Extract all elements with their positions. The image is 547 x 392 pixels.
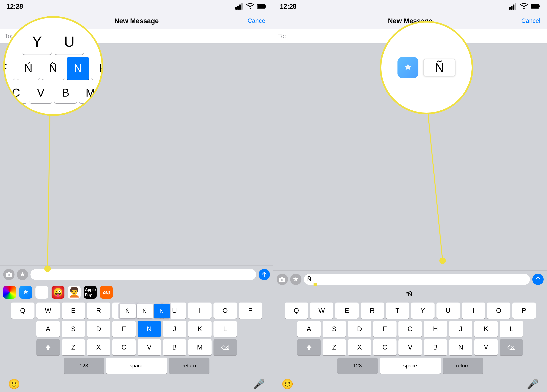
key-J-left[interactable]: J bbox=[163, 321, 186, 337]
key-W-left[interactable]: W bbox=[36, 303, 60, 319]
key-Q-left[interactable]: Q bbox=[11, 303, 34, 319]
key-E-right[interactable]: E bbox=[335, 303, 359, 319]
keyboard-row-2-left: A S D F Ń Ñ N N J K L bbox=[0, 321, 273, 337]
key-W-right[interactable]: W bbox=[310, 303, 333, 319]
mic-icon-left[interactable]: 🎤 bbox=[253, 378, 265, 390]
key-M-left[interactable]: M bbox=[188, 339, 212, 355]
zoom-key-Y: Y bbox=[23, 29, 52, 54]
key-D-right[interactable]: D bbox=[348, 321, 371, 337]
cursor-left bbox=[34, 272, 34, 278]
imessage-toolbar-left bbox=[0, 266, 273, 283]
key-123-right[interactable]: 123 bbox=[337, 358, 378, 374]
key-X-right[interactable]: X bbox=[348, 339, 371, 355]
key-V-right[interactable]: V bbox=[398, 339, 422, 355]
key-B-left[interactable]: B bbox=[163, 339, 186, 355]
send-button-left[interactable] bbox=[259, 269, 270, 280]
key-O-left[interactable]: O bbox=[213, 303, 237, 319]
key-G-right[interactable]: G bbox=[398, 321, 422, 337]
emoji-icon-left[interactable]: 🙂 bbox=[8, 378, 20, 390]
key-space-left[interactable]: space bbox=[106, 358, 167, 374]
avatar-app-icon[interactable]: 🧑‍🦱 bbox=[68, 286, 81, 299]
key-X-left[interactable]: X bbox=[87, 339, 110, 355]
message-input-left[interactable] bbox=[30, 269, 256, 280]
appstore-app-icon[interactable] bbox=[19, 286, 32, 299]
key-return-left[interactable]: return bbox=[169, 358, 209, 374]
key-H-right[interactable]: H bbox=[424, 321, 447, 337]
key-del-left[interactable] bbox=[213, 339, 237, 355]
popup-key-N-tilde[interactable]: Ñ bbox=[137, 304, 153, 318]
zoom-appstore-symbol bbox=[402, 62, 414, 73]
key-Y-right[interactable]: Y bbox=[411, 303, 435, 319]
key-S-left[interactable]: S bbox=[62, 321, 85, 337]
camera-button-left[interactable] bbox=[3, 269, 14, 280]
popup-key-N-selected[interactable]: N bbox=[154, 304, 170, 318]
key-L-right[interactable]: L bbox=[500, 321, 523, 337]
cancel-button-left[interactable]: Cancel bbox=[248, 17, 267, 24]
key-N-right[interactable]: N bbox=[449, 339, 472, 355]
key-D-left[interactable]: D bbox=[87, 321, 110, 337]
keyboard-bottom-right: 🙂 🎤 bbox=[274, 376, 547, 392]
key-L-left[interactable]: L bbox=[213, 321, 237, 337]
key-V-left[interactable]: V bbox=[138, 339, 161, 355]
key-C-left[interactable]: C bbox=[112, 339, 136, 355]
apps-button-right[interactable] bbox=[290, 274, 301, 285]
key-A-right[interactable]: A bbox=[297, 321, 321, 337]
svg-rect-17 bbox=[515, 3, 516, 10]
emoji-app-icon[interactable]: 😜 bbox=[52, 286, 64, 299]
key-E-left[interactable]: E bbox=[62, 303, 85, 319]
key-A-left[interactable]: A bbox=[36, 321, 60, 337]
key-N-left[interactable]: N bbox=[138, 321, 161, 337]
zappos-app-icon[interactable]: Zap bbox=[100, 286, 113, 299]
key-I-right[interactable]: I bbox=[462, 303, 485, 319]
key-Q-right[interactable]: Q bbox=[285, 303, 308, 319]
applepay-app-icon[interactable]: ApplePay bbox=[84, 286, 97, 299]
key-K-right[interactable]: K bbox=[474, 321, 498, 337]
key-O-right[interactable]: O bbox=[487, 303, 510, 319]
key-M-right[interactable]: M bbox=[474, 339, 498, 355]
key-shift-right[interactable] bbox=[297, 339, 321, 355]
keyboard-row-3-right: Z X C V B N M bbox=[274, 339, 547, 355]
key-Z-right[interactable]: Z bbox=[322, 339, 346, 355]
send-button-right[interactable] bbox=[532, 274, 544, 285]
rainbow-app-icon[interactable] bbox=[35, 286, 48, 299]
key-123-left[interactable]: 123 bbox=[64, 358, 104, 374]
apps-button-left[interactable] bbox=[17, 269, 28, 280]
emoji-icon-right[interactable]: 🙂 bbox=[281, 378, 294, 390]
key-T-right[interactable]: T bbox=[386, 303, 409, 319]
key-shift-left[interactable] bbox=[36, 339, 60, 355]
svg-rect-1 bbox=[237, 6, 239, 10]
keyboard-row-4-right: 123 space return bbox=[274, 358, 547, 374]
key-U-right[interactable]: U bbox=[437, 303, 460, 319]
key-return-right[interactable]: return bbox=[443, 358, 483, 374]
mic-icon-right[interactable]: 🎤 bbox=[527, 378, 539, 390]
key-K-left[interactable]: K bbox=[188, 321, 212, 337]
svg-rect-6 bbox=[265, 6, 266, 7]
key-I-left[interactable]: I bbox=[188, 303, 212, 319]
key-del-right[interactable] bbox=[500, 339, 523, 355]
key-F-right[interactable]: F bbox=[373, 321, 397, 337]
right-phone-screen: 12:28 New Message Cancel bbox=[274, 0, 547, 392]
svg-rect-0 bbox=[235, 7, 237, 10]
key-P-right[interactable]: P bbox=[512, 303, 536, 319]
key-P-left[interactable]: P bbox=[239, 303, 262, 319]
key-Z-left[interactable]: Z bbox=[62, 339, 85, 355]
key-J-right[interactable]: J bbox=[449, 321, 472, 337]
key-F-left[interactable]: F bbox=[112, 321, 136, 337]
autocorrect-item-1[interactable]: "Ñ" bbox=[406, 291, 414, 298]
key-R-right[interactable]: R bbox=[361, 303, 384, 319]
message-input-right[interactable]: Ñ bbox=[304, 274, 530, 285]
cancel-button-right[interactable]: Cancel bbox=[521, 17, 540, 24]
key-space-right[interactable]: space bbox=[380, 358, 441, 374]
photos-app-icon[interactable] bbox=[3, 286, 16, 299]
battery-icon-right bbox=[531, 4, 540, 9]
camera-icon-right bbox=[279, 277, 285, 282]
key-C-right[interactable]: C bbox=[373, 339, 397, 355]
key-S-right[interactable]: S bbox=[322, 321, 346, 337]
camera-button-right[interactable] bbox=[277, 274, 288, 285]
popup-key-N-acute[interactable]: Ń bbox=[120, 304, 136, 318]
key-B-right[interactable]: B bbox=[424, 339, 447, 355]
status-time-left: 12:28 bbox=[7, 3, 23, 10]
rainbow-symbol bbox=[38, 288, 46, 297]
keyboard-row-2-right: A S D F G H J K L bbox=[274, 321, 547, 337]
key-R-left[interactable]: R bbox=[87, 303, 110, 319]
